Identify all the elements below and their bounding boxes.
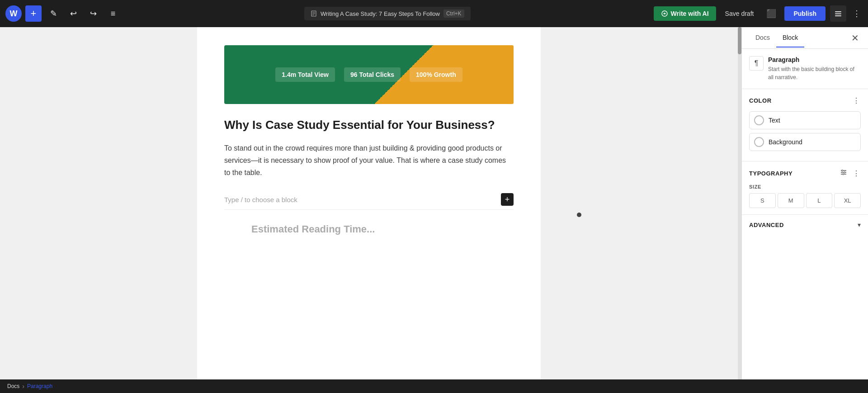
editor-scrollbar[interactable] bbox=[738, 27, 741, 379]
list-view-button[interactable]: ≡ bbox=[105, 5, 121, 22]
block-name: Paragraph bbox=[768, 56, 861, 63]
panel-header: Docs Block ✕ bbox=[742, 27, 868, 49]
write-ai-label: Write with AI bbox=[671, 10, 709, 17]
view-button[interactable]: ⬛ bbox=[763, 7, 780, 20]
size-label-text: SIZE bbox=[749, 184, 861, 189]
shortcut-badge: Ctrl+K bbox=[443, 9, 464, 18]
paragraph-icon: ¶ bbox=[755, 59, 759, 67]
page-bottom-section: Estimated Reading Time... bbox=[224, 209, 514, 244]
breadcrumb-separator: › bbox=[22, 383, 24, 390]
metric-card-3: 100% Growth bbox=[410, 67, 462, 82]
text-color-circle bbox=[754, 115, 764, 125]
metric-card-1: 1.4m Total View bbox=[275, 67, 335, 82]
size-s-button[interactable]: S bbox=[749, 193, 776, 208]
redo-button[interactable]: ↪ bbox=[85, 5, 101, 22]
color-options-button[interactable]: ⋮ bbox=[852, 95, 861, 106]
article-heading: Why Is Case Study Essential for Your Bus… bbox=[224, 118, 514, 133]
bg-color-label: Background bbox=[769, 138, 802, 146]
toolbar-right: Write with AI Save draft ⬛ Publish ⋮ bbox=[654, 5, 863, 22]
list-icon: ≡ bbox=[111, 9, 116, 19]
block-type-icon: ¶ bbox=[749, 56, 764, 71]
color-section: Color ⋮ Text Background bbox=[742, 89, 868, 161]
ai-icon bbox=[661, 10, 668, 17]
svg-point-11 bbox=[842, 170, 843, 171]
metric-val-3: 100% Growth bbox=[416, 71, 456, 78]
settings-button[interactable] bbox=[830, 5, 846, 22]
editor-area[interactable]: 1.4m Total View 96 Total Clicks 100% Gro… bbox=[0, 27, 738, 379]
text-color-option[interactable]: Text bbox=[749, 111, 861, 129]
close-icon: ✕ bbox=[851, 33, 859, 43]
breadcrumb: Docs › Paragraph bbox=[0, 379, 868, 393]
advanced-title: Advanced bbox=[749, 222, 784, 228]
size-xl-button[interactable]: XL bbox=[834, 193, 861, 208]
add-block-inline-button[interactable]: + bbox=[501, 193, 514, 206]
text-color-label: Text bbox=[769, 117, 780, 124]
breadcrumb-docs-link[interactable]: Docs bbox=[7, 383, 19, 389]
more-options-button[interactable]: ⋮ bbox=[851, 7, 863, 20]
background-color-option[interactable]: Background bbox=[749, 133, 861, 151]
write-ai-button[interactable]: Write with AI bbox=[654, 6, 716, 21]
typography-options-button[interactable]: ⋮ bbox=[852, 168, 861, 179]
article-paragraph: To stand out in the crowd requires more … bbox=[224, 142, 514, 179]
publish-button[interactable]: Publish bbox=[784, 6, 826, 21]
block-info: ¶ Paragraph Start with the basic buildin… bbox=[742, 49, 868, 89]
chevron-down-icon: ▾ bbox=[858, 221, 861, 228]
bottom-heading: Estimated Reading Time... bbox=[251, 223, 486, 235]
block-description: Start with the basic building block of a… bbox=[768, 65, 861, 81]
edit-button[interactable]: ✎ bbox=[45, 5, 61, 22]
svg-point-13 bbox=[843, 174, 844, 175]
size-m-button[interactable]: M bbox=[778, 193, 804, 208]
typography-options-icon: ⋮ bbox=[853, 170, 860, 177]
view-icon: ⬛ bbox=[766, 9, 776, 18]
more-icon: ⋮ bbox=[853, 9, 861, 18]
redo-icon: ↪ bbox=[90, 9, 97, 19]
tab-docs-label: Docs bbox=[755, 34, 770, 41]
save-draft-label: Save draft bbox=[725, 10, 754, 17]
editor-content: 1.4m Total View 96 Total Clicks 100% Gro… bbox=[197, 27, 541, 379]
undo-button[interactable]: ↩ bbox=[65, 5, 81, 22]
metric-val-2: 96 Total Clicks bbox=[350, 71, 394, 78]
typography-title: Typography bbox=[749, 170, 793, 177]
tab-block[interactable]: Block bbox=[776, 28, 804, 47]
save-draft-button[interactable]: Save draft bbox=[721, 7, 759, 20]
image-overlay: 1.4m Total View 96 Total Clicks 100% Gro… bbox=[266, 58, 471, 91]
doc-title-area[interactable]: Writing A Case Study: 7 Easy Steps To Fo… bbox=[304, 7, 471, 20]
svg-rect-6 bbox=[835, 14, 841, 14]
settings-icon bbox=[835, 10, 842, 17]
add-icon: + bbox=[31, 8, 37, 19]
right-panel: Docs Block ✕ ¶ Paragraph Start with the … bbox=[741, 27, 868, 379]
block-info-text: Paragraph Start with the basic building … bbox=[768, 56, 861, 81]
add-block-toolbar-button[interactable]: + bbox=[25, 5, 42, 22]
breadcrumb-current: Paragraph bbox=[27, 383, 52, 389]
block-placeholder[interactable]: Type / to choose a block + bbox=[224, 189, 514, 209]
size-options: S M L XL bbox=[749, 193, 861, 208]
toolbar: W + ✎ ↩ ↪ ≡ Writing A Case Study: 7 Easy… bbox=[0, 0, 868, 27]
add-inline-icon: + bbox=[505, 195, 510, 204]
wp-logo[interactable]: W bbox=[5, 5, 22, 22]
metric-val-1: 1.4m Total View bbox=[282, 71, 329, 78]
panel-close-button[interactable]: ✕ bbox=[849, 31, 861, 45]
placeholder-text: Type / to choose a block bbox=[224, 196, 297, 204]
color-section-title: Color bbox=[749, 97, 772, 104]
doc-title: Writing A Case Study: 7 Easy Steps To Fo… bbox=[321, 10, 440, 17]
advanced-header[interactable]: Advanced ▾ bbox=[749, 221, 861, 228]
featured-image: 1.4m Total View 96 Total Clicks 100% Gro… bbox=[224, 45, 514, 104]
bg-color-circle bbox=[754, 137, 764, 147]
wp-logo-text: W bbox=[10, 9, 18, 19]
panel-tabs: Docs Block bbox=[749, 28, 804, 47]
svg-rect-7 bbox=[835, 15, 841, 16]
edit-icon: ✎ bbox=[50, 9, 57, 19]
size-adjust-button[interactable] bbox=[837, 168, 850, 179]
svg-point-12 bbox=[844, 172, 845, 173]
typography-header: Typography ⋮ bbox=[749, 168, 861, 179]
tab-block-label: Block bbox=[783, 34, 798, 41]
color-section-header: Color ⋮ bbox=[749, 95, 861, 106]
metric-card-2: 96 Total Clicks bbox=[344, 67, 401, 82]
tab-docs[interactable]: Docs bbox=[749, 28, 776, 47]
undo-icon: ↩ bbox=[70, 9, 77, 19]
size-l-button[interactable]: L bbox=[806, 193, 833, 208]
scrollbar-thumb bbox=[738, 27, 741, 54]
typography-section: Typography ⋮ bbox=[742, 161, 868, 215]
publish-label: Publish bbox=[793, 10, 816, 17]
doc-icon bbox=[311, 10, 317, 17]
